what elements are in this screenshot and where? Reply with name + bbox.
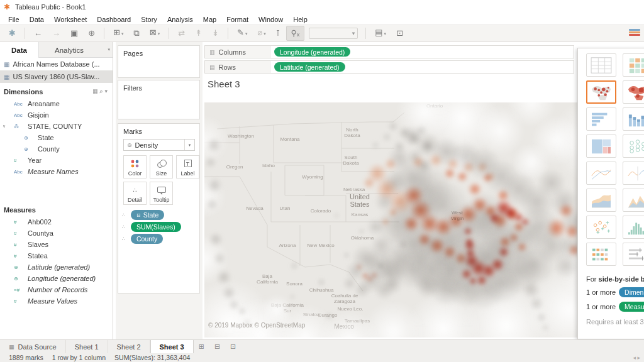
thumb-bullet-graph[interactable]: [623, 243, 644, 266]
chevron-down-icon[interactable]: ▾: [184, 140, 194, 150]
data-source-us-slavery-1[interactable]: ▦US Slavery 1860 (US-Slav...: [0, 70, 113, 83]
status-bar-controls[interactable]: ◂ ▸: [633, 354, 640, 361]
field-latitude-generated[interactable]: ⊕Latitude (generated): [0, 261, 113, 273]
field-number-of-records[interactable]: =#Number of Records: [0, 284, 113, 295]
thumb-stacked-bars[interactable]: [623, 107, 644, 131]
new-story-tab-button[interactable]: ⊡: [225, 340, 241, 353]
shelf-role-icon[interactable]: ∴: [122, 212, 131, 218]
tableau-logo-button[interactable]: ✱: [4, 26, 20, 40]
menu-map[interactable]: Map: [198, 15, 221, 24]
rows-shelf[interactable]: ▤Rows Latitude (generated): [204, 60, 574, 74]
mark-type-dropdown[interactable]: ⊚ Density ▾: [123, 139, 195, 151]
thumb-highlight-table[interactable]: [623, 53, 644, 77]
field-slaves[interactable]: #Slaves: [0, 239, 113, 250]
label-button[interactable]: TLabel: [176, 155, 199, 178]
clear-sheet-button[interactable]: ⊠▾: [145, 26, 164, 41]
color-button[interactable]: Color: [123, 155, 147, 178]
shelf-role-icon[interactable]: ∴: [122, 224, 131, 230]
new-worksheet-button[interactable]: ⊞▾: [109, 26, 128, 41]
pill-county[interactable]: County: [131, 234, 163, 244]
columns-shelf[interactable]: ▥Columns Longitude (generated): [204, 45, 574, 58]
detail-button[interactable]: ∴Detail: [123, 182, 147, 205]
new-dashboard-tab-button[interactable]: ⊟: [209, 340, 225, 353]
menu-file[interactable]: File: [3, 15, 25, 24]
thumb-symbol-map[interactable]: [586, 80, 616, 104]
new-data-source-button[interactable]: ⊕: [84, 26, 99, 40]
sort-descending-button[interactable]: ↡: [208, 26, 223, 40]
redo-button[interactable]: →: [48, 26, 65, 40]
new-worksheet-tab-button[interactable]: ⊞: [194, 340, 209, 353]
menu-worksheet[interactable]: Worksheet: [49, 15, 92, 24]
pill-sum-slaves[interactable]: SUM(Slaves): [131, 222, 181, 232]
field-ahb002[interactable]: #Ahb002: [0, 216, 113, 228]
filters-shelf[interactable]: Filters: [118, 80, 200, 119]
thumb-heat-map[interactable]: [586, 243, 616, 266]
thumb-dual-lines[interactable]: [623, 162, 644, 185]
menu-help[interactable]: Help: [288, 15, 313, 24]
tab-sheet-3[interactable]: Sheet 3: [150, 340, 194, 353]
density-blob: [384, 275, 402, 294]
thumb-continuous-lines[interactable]: [586, 162, 616, 185]
thumb-dual-area[interactable]: [623, 189, 644, 212]
field-statea[interactable]: #Statea: [0, 250, 113, 261]
dimensions-header-icons[interactable]: ▦⌕▾: [92, 88, 109, 95]
thumb-filled-map[interactable]: [623, 80, 644, 104]
pill-latitude[interactable]: Latitude (generated): [274, 62, 345, 72]
undo-button[interactable]: ←: [30, 26, 47, 40]
thumb-histogram[interactable]: [623, 216, 644, 239]
thumb-horizontal-bars[interactable]: [586, 107, 616, 131]
map-label-kansas: Kansas: [352, 212, 369, 217]
fix-axes-button[interactable]: ⚲ₓ: [286, 26, 305, 41]
density-blob: [489, 212, 500, 224]
field-measure-names[interactable]: AbcMeasure Names: [0, 166, 113, 177]
presentation-mode-button[interactable]: ⊡: [392, 26, 408, 40]
tab-analytics[interactable]: Analytics: [39, 42, 99, 58]
pill-longitude[interactable]: Longitude (generated): [274, 47, 350, 57]
tab-sheet-2[interactable]: Sheet 2: [108, 340, 150, 353]
thumb-continuous-area[interactable]: [586, 189, 616, 212]
show-mark-labels-button[interactable]: ⊺: [272, 26, 285, 40]
menu-dashboard[interactable]: Dashboard: [92, 15, 136, 24]
field-countya[interactable]: #Countya: [0, 228, 113, 239]
highlight-button[interactable]: ✎▾: [233, 26, 252, 41]
thumb-scatter-plot[interactable]: [586, 216, 616, 239]
fit-selector[interactable]: ▾: [309, 28, 358, 39]
field-county[interactable]: ⊕County: [0, 143, 113, 155]
size-button[interactable]: Size: [150, 155, 173, 178]
field-measure-values[interactable]: #Measure Values: [0, 295, 113, 307]
thumb-treemap[interactable]: [586, 134, 616, 158]
data-source-african-name[interactable]: ▦African Names Database (...: [0, 58, 113, 70]
clear-formatting-button[interactable]: ⌀▾: [253, 26, 270, 41]
swap-rows-columns-button[interactable]: ⇄: [174, 26, 189, 40]
field-longitude-generated[interactable]: ⊕Longitude (generated): [0, 273, 113, 284]
tab-data[interactable]: Data: [0, 42, 39, 58]
thumb-circle-views[interactable]: [623, 134, 644, 158]
density-blob: [384, 158, 397, 170]
show-me-button[interactable]: [629, 28, 640, 38]
pages-shelf[interactable]: Pages: [118, 45, 200, 78]
pane-menu-caret-icon[interactable]: ▾: [108, 47, 110, 52]
tab-sheet-1[interactable]: Sheet 1: [66, 340, 108, 353]
save-button[interactable]: ▣: [66, 26, 82, 40]
field-state[interactable]: ⊕State: [0, 132, 113, 143]
sort-ascending-button[interactable]: ↟: [191, 26, 206, 40]
field-areaname[interactable]: AbcAreaname: [0, 98, 113, 109]
menu-data[interactable]: Data: [25, 15, 49, 24]
field-year[interactable]: #Year: [0, 155, 113, 166]
density-blob: [465, 248, 475, 258]
menu-window[interactable]: Window: [253, 15, 288, 24]
density-blob: [291, 262, 298, 270]
menu-format[interactable]: Format: [221, 15, 253, 24]
duplicate-button[interactable]: ⧉: [130, 26, 144, 40]
tooltip-button[interactable]: Tooltip: [150, 182, 173, 205]
menu-story[interactable]: Story: [136, 15, 162, 24]
field-state-county[interactable]: ∨⁂STATE, COUNTY: [0, 121, 113, 132]
thumb-text-table[interactable]: [586, 53, 616, 77]
show-hide-cards-button[interactable]: ▤▾: [370, 26, 391, 41]
water-shape: [261, 294, 292, 326]
menu-analysis[interactable]: Analysis: [162, 15, 198, 24]
tab-data-source[interactable]: ▦Data Source: [0, 340, 66, 353]
shelf-role-icon[interactable]: ∴: [122, 236, 131, 242]
field-gisjoin[interactable]: AbcGisjoin: [0, 109, 113, 121]
pill-state[interactable]: ⊟State: [131, 210, 164, 220]
